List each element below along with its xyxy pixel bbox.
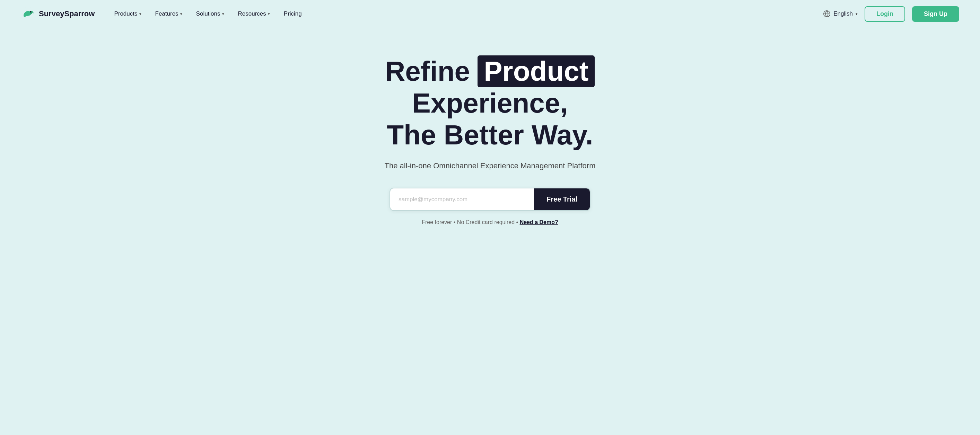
chevron-down-icon: ▾ — [139, 12, 142, 16]
hero-highlight: Product — [477, 56, 595, 87]
svg-point-1 — [30, 11, 31, 13]
globe-icon — [823, 10, 830, 17]
signup-button[interactable]: Sign Up — [912, 6, 959, 22]
nav-left: SurveySparrow Products ▾ Features ▾ Solu… — [21, 6, 307, 21]
nav-item-products[interactable]: Products ▾ — [108, 8, 146, 20]
nav-item-features[interactable]: Features ▾ — [150, 8, 188, 20]
hero-section: Refine Product Experience, The Better Wa… — [0, 28, 980, 267]
nav-item-solutions[interactable]: Solutions ▾ — [191, 8, 230, 20]
logo-icon — [21, 6, 35, 21]
language-selector[interactable]: English ▾ — [823, 10, 858, 17]
chevron-down-icon: ▾ — [268, 12, 270, 16]
chevron-down-icon: ▾ — [856, 12, 858, 16]
chevron-down-icon: ▾ — [222, 12, 224, 16]
nav-item-pricing[interactable]: Pricing — [278, 8, 307, 20]
navbar: SurveySparrow Products ▾ Features ▾ Solu… — [0, 0, 980, 28]
nav-menu: Products ▾ Features ▾ Solutions ▾ Resour… — [108, 8, 307, 20]
email-input[interactable] — [390, 188, 534, 210]
free-trial-button[interactable]: Free Trial — [534, 188, 590, 210]
hero-footer-text: Free forever • No Credit card required •… — [422, 219, 558, 225]
nav-item-resources[interactable]: Resources ▾ — [232, 8, 275, 20]
chevron-down-icon: ▾ — [180, 12, 182, 16]
email-form: Free Trial — [390, 188, 590, 211]
hero-title: Refine Product Experience, The Better Wa… — [317, 56, 663, 151]
logo[interactable]: SurveySparrow — [21, 6, 95, 21]
need-demo-link[interactable]: Need a Demo? — [520, 219, 558, 225]
hero-subtitle: The all-in-one Omnichannel Experience Ma… — [385, 161, 596, 170]
language-label: English — [834, 10, 853, 17]
logo-text: SurveySparrow — [39, 10, 95, 18]
nav-right: English ▾ Login Sign Up — [823, 6, 959, 22]
login-button[interactable]: Login — [865, 6, 905, 22]
